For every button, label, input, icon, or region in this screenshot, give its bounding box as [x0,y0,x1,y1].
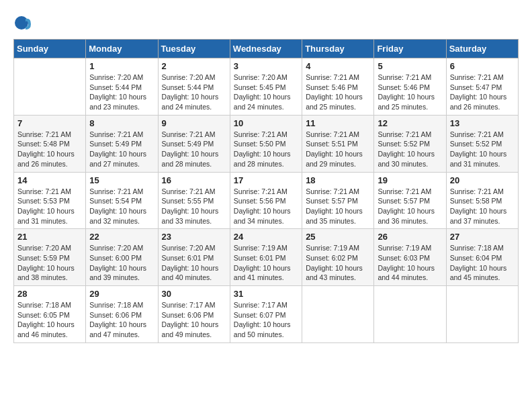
sunrise-label: Sunrise: 7:21 AM [450,73,504,81]
day-number: 27 [450,232,515,242]
sunrise-label: Sunrise: 7:20 AM [89,244,143,252]
day-number: 19 [378,175,442,185]
sunset-label: Sunset: 5:52 PM [450,140,502,148]
day-info: Sunrise: 7:19 AM Sunset: 6:01 PM Dayligh… [234,243,298,283]
day-info: Sunrise: 7:20 AM Sunset: 6:01 PM Dayligh… [162,243,226,283]
calendar-cell: 12 Sunrise: 7:21 AM Sunset: 5:52 PM Dayl… [374,115,446,172]
day-number: 1 [89,61,154,71]
sunrise-label: Sunrise: 7:21 AM [306,73,359,81]
day-number: 30 [162,289,226,299]
day-number: 29 [89,289,154,299]
calendar-header-row: SundayMondayTuesdayWednesdayThursdayFrid… [14,40,519,58]
day-number: 2 [162,61,226,71]
sunset-label: Sunset: 5:53 PM [17,197,70,205]
calendar-cell: 30 Sunrise: 7:17 AM Sunset: 6:06 PM Dayl… [158,286,230,343]
sunrise-label: Sunrise: 7:20 AM [17,244,71,252]
daylight-label: Daylight: 10 hours and 45 minutes. [450,264,507,282]
day-info: Sunrise: 7:21 AM Sunset: 5:46 PM Dayligh… [378,73,442,112]
day-number: 7 [17,118,82,128]
day-number: 8 [89,118,154,128]
daylight-label: Daylight: 10 hours and 41 minutes. [234,264,291,282]
day-number: 3 [234,61,298,71]
sunrise-label: Sunrise: 7:20 AM [162,73,216,81]
calendar-cell: 4 Sunrise: 7:21 AM Sunset: 5:46 PM Dayli… [302,58,374,116]
calendar-cell: 11 Sunrise: 7:21 AM Sunset: 5:51 PM Dayl… [302,115,374,172]
daylight-label: Daylight: 10 hours and 31 minutes. [450,150,507,168]
day-number: 14 [17,175,82,185]
day-number: 17 [234,175,298,185]
daylight-label: Daylight: 10 hours and 43 minutes. [306,264,363,282]
day-number: 16 [162,175,226,185]
calendar-cell [14,58,86,116]
calendar-cell: 8 Sunrise: 7:21 AM Sunset: 5:49 PM Dayli… [86,115,158,172]
daylight-label: Daylight: 10 hours and 49 minutes. [162,320,219,338]
daylight-label: Daylight: 10 hours and 44 minutes. [378,264,435,282]
sunrise-label: Sunrise: 7:21 AM [89,130,143,138]
sunrise-label: Sunrise: 7:17 AM [162,301,216,309]
day-number: 13 [450,118,515,128]
sunset-label: Sunset: 6:02 PM [306,254,358,262]
calendar-cell: 1 Sunrise: 7:20 AM Sunset: 5:44 PM Dayli… [86,58,158,116]
day-info: Sunrise: 7:21 AM Sunset: 5:48 PM Dayligh… [17,130,82,169]
day-number: 28 [17,289,82,299]
sunset-label: Sunset: 6:00 PM [89,254,142,262]
calendar-cell: 3 Sunrise: 7:20 AM Sunset: 5:45 PM Dayli… [230,58,302,116]
calendar-cell: 23 Sunrise: 7:20 AM Sunset: 6:01 PM Dayl… [158,229,230,286]
sunrise-label: Sunrise: 7:21 AM [234,130,287,138]
sunrise-label: Sunrise: 7:21 AM [234,187,287,195]
day-info: Sunrise: 7:18 AM Sunset: 6:04 PM Dayligh… [450,243,515,283]
day-number: 18 [306,175,370,185]
sunset-label: Sunset: 5:48 PM [17,140,70,148]
calendar-cell: 19 Sunrise: 7:21 AM Sunset: 5:57 PM Dayl… [374,172,446,229]
calendar-week-5: 28 Sunrise: 7:18 AM Sunset: 6:05 PM Dayl… [14,286,519,343]
sunrise-label: Sunrise: 7:21 AM [378,187,431,195]
daylight-label: Daylight: 10 hours and 25 minutes. [306,93,363,111]
sunset-label: Sunset: 5:45 PM [234,83,286,91]
daylight-label: Daylight: 10 hours and 25 minutes. [378,93,435,111]
sunrise-label: Sunrise: 7:20 AM [234,73,287,81]
daylight-label: Daylight: 10 hours and 24 minutes. [162,93,219,111]
calendar-cell: 24 Sunrise: 7:19 AM Sunset: 6:01 PM Dayl… [230,229,302,286]
daylight-label: Daylight: 10 hours and 33 minutes. [162,207,219,225]
daylight-label: Daylight: 10 hours and 35 minutes. [306,207,363,225]
calendar-cell: 14 Sunrise: 7:21 AM Sunset: 5:53 PM Dayl… [14,172,86,229]
day-info: Sunrise: 7:20 AM Sunset: 5:44 PM Dayligh… [162,73,226,112]
calendar-cell: 25 Sunrise: 7:19 AM Sunset: 6:02 PM Dayl… [302,229,374,286]
sunrise-label: Sunrise: 7:21 AM [306,130,359,138]
sunset-label: Sunset: 6:04 PM [450,254,502,262]
day-number: 9 [162,118,226,128]
daylight-label: Daylight: 10 hours and 39 minutes. [89,264,146,282]
weekday-header-thursday: Thursday [302,40,374,58]
sunset-label: Sunset: 6:07 PM [234,311,286,319]
sunset-label: Sunset: 5:54 PM [89,197,142,205]
sunrise-label: Sunrise: 7:21 AM [162,130,216,138]
logo-icon [13,13,32,32]
sunset-label: Sunset: 5:57 PM [306,197,358,205]
sunrise-label: Sunrise: 7:19 AM [306,244,359,252]
day-info: Sunrise: 7:21 AM Sunset: 5:51 PM Dayligh… [306,130,370,169]
daylight-label: Daylight: 10 hours and 26 minutes. [450,93,507,111]
day-info: Sunrise: 7:19 AM Sunset: 6:03 PM Dayligh… [378,243,442,283]
day-info: Sunrise: 7:21 AM Sunset: 5:54 PM Dayligh… [89,187,154,226]
day-number: 15 [89,175,154,185]
calendar-cell: 9 Sunrise: 7:21 AM Sunset: 5:49 PM Dayli… [158,115,230,172]
daylight-label: Daylight: 10 hours and 31 minutes. [17,207,75,225]
day-info: Sunrise: 7:21 AM Sunset: 5:52 PM Dayligh… [450,130,515,169]
day-info: Sunrise: 7:17 AM Sunset: 6:06 PM Dayligh… [162,300,226,340]
calendar-cell: 2 Sunrise: 7:20 AM Sunset: 5:44 PM Dayli… [158,58,230,116]
calendar-cell: 7 Sunrise: 7:21 AM Sunset: 5:48 PM Dayli… [14,115,86,172]
sunset-label: Sunset: 6:01 PM [162,254,214,262]
day-number: 20 [450,175,515,185]
sunset-label: Sunset: 6:05 PM [17,311,70,319]
sunset-label: Sunset: 5:56 PM [234,197,286,205]
daylight-label: Daylight: 10 hours and 24 minutes. [234,93,291,111]
day-info: Sunrise: 7:20 AM Sunset: 5:45 PM Dayligh… [234,73,298,112]
sunset-label: Sunset: 6:03 PM [378,254,430,262]
sunset-label: Sunset: 5:46 PM [306,83,358,91]
sunrise-label: Sunrise: 7:21 AM [89,187,143,195]
sunset-label: Sunset: 5:50 PM [234,140,286,148]
day-number: 23 [162,232,226,242]
day-info: Sunrise: 7:21 AM Sunset: 5:46 PM Dayligh… [306,73,370,112]
sunset-label: Sunset: 5:44 PM [89,83,142,91]
calendar-cell: 16 Sunrise: 7:21 AM Sunset: 5:55 PM Dayl… [158,172,230,229]
